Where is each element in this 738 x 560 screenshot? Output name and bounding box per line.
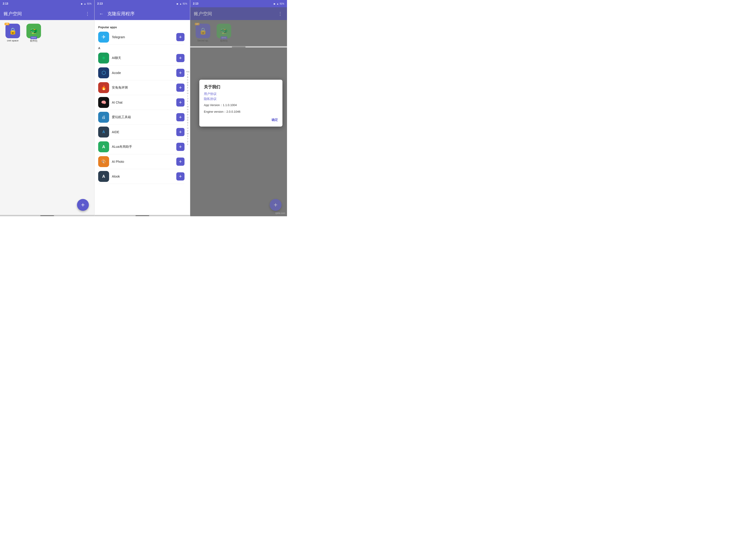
panel2-back-btn[interactable]: ← <box>98 10 104 17</box>
alpha-w[interactable]: W <box>187 132 189 135</box>
aiwanju-add-btn[interactable]: + <box>176 113 184 121</box>
panel3-menu-icon[interactable]: ⋮ <box>277 10 283 17</box>
alphabet-sidebar: Hot A B C D E F G H I J K L M N O P Q R … <box>186 0 190 216</box>
dialog-engine-version: Engine version：2.0.0.1046 <box>204 109 278 114</box>
panel3-account-space-dialog: 2:13 ▶ ▲ 91% 账户空间 ⋮ 🔒 VIP Secret sp. 🐲 软… <box>190 0 287 216</box>
alpha-s[interactable]: S <box>187 121 189 124</box>
panel2-title: 克隆应用程序 <box>107 11 186 17</box>
alpha-p[interactable]: P <box>187 114 189 116</box>
list-item-alua: A ALua布局助手 + <box>98 139 184 154</box>
alook-icon: A <box>98 171 109 182</box>
aiwanju-icon: 🖨 <box>98 112 109 123</box>
dialog-app-version: App Version：1.1.0.1004 <box>204 103 278 108</box>
list-item-telegram: ✈ Telegram + <box>98 30 184 45</box>
ai-chat-add-btn[interactable]: + <box>176 54 184 62</box>
panel3-wifi-icon: ▲ <box>277 3 279 5</box>
panel2-content: Popular apps ✈ Telegram + A ⚛ AI聊天 + ⬡ A… <box>94 20 190 215</box>
panel1-fab[interactable]: + <box>77 199 89 211</box>
aiwanju-name: 爱玩机工具箱 <box>112 115 176 119</box>
antutu-add-btn[interactable]: + <box>176 83 184 92</box>
alpha-u[interactable]: U <box>187 127 189 129</box>
alpha-l[interactable]: L <box>187 103 188 105</box>
alpha-d[interactable]: D <box>187 81 189 84</box>
alpha-t[interactable]: T <box>187 124 189 127</box>
panel1-nav-bar <box>0 215 94 216</box>
ruanjian-icon: 🐲 <box>26 24 41 38</box>
panel3-app-bar: 账户空间 ⋮ <box>190 7 287 20</box>
alpha-r[interactable]: R <box>187 119 189 121</box>
panel3-app-label-ruanjian: 软件社 <box>220 39 228 43</box>
dialog-user-agreement-link[interactable]: 用户协议 <box>204 92 278 96</box>
panel3-time: 2:13 <box>193 2 199 5</box>
aide-name: AIDE <box>112 130 176 134</box>
telegram-name: Telegram <box>112 35 176 39</box>
panel2-time: 2:13 <box>97 2 103 5</box>
alook-name: Alook <box>112 174 176 178</box>
aide-icon: A <box>98 126 109 137</box>
app-item-secret-space[interactable]: 🔒 VIP cret space <box>4 24 22 43</box>
antutu-icon: 🔥 <box>98 82 109 93</box>
alua-add-btn[interactable]: + <box>176 143 184 151</box>
panel2-nav-bar <box>94 215 190 216</box>
panel3-ruanjian-badge: 软件社 <box>221 36 227 39</box>
panel3-status-bar: 2:13 ▶ ▲ 91% <box>190 0 287 7</box>
list-item-aiwanju: 🖨 爱玩机工具箱 + <box>98 110 184 125</box>
alpha-x[interactable]: X <box>187 135 189 137</box>
alpha-e[interactable]: E <box>187 84 189 86</box>
panel1-app-grid: 🔒 VIP cret space 🐲 软件社 软件社 <box>4 24 91 43</box>
panel3-secret-space-icon: 🔒 <box>196 24 210 38</box>
panel2-app-bar: ← 克隆应用程序 <box>94 7 190 20</box>
alpha-f[interactable]: F <box>187 87 189 89</box>
alpha-i[interactable]: I <box>188 95 188 97</box>
list-item-aide: A AIDE + <box>98 125 184 139</box>
app-item-ruanjian[interactable]: 🐲 软件社 软件社 <box>25 24 43 43</box>
dialog-confirm-btn[interactable]: 确定 <box>272 118 278 122</box>
secret-space-icon: 🔒 <box>5 24 20 38</box>
alpha-o[interactable]: O <box>187 111 189 113</box>
acode-add-btn[interactable]: + <box>176 69 184 77</box>
alpha-hot[interactable]: Hot <box>186 71 189 73</box>
panel3-fab[interactable]: + <box>270 199 282 211</box>
alook-add-btn[interactable]: + <box>176 172 184 180</box>
alpha-h[interactable]: H <box>187 92 189 95</box>
about-dialog: 关于我们 用户协议 隐私协议 App Version：1.1.0.1004 En… <box>199 80 283 126</box>
app-label-secret-space: cret space <box>7 39 19 42</box>
panel3-ruanjian-icon: 🐲 <box>217 24 231 38</box>
alpha-b[interactable]: B <box>187 76 189 78</box>
list-item-alook: A Alook + <box>98 169 184 184</box>
ai-chat-brain-icon: 🧠 <box>98 97 109 108</box>
dialog-privacy-policy-link[interactable]: 隐私协议 <box>204 97 278 101</box>
alpha-a[interactable]: A <box>187 73 189 76</box>
alpha-m[interactable]: M <box>187 106 189 108</box>
ai-chat-brain-add-btn[interactable]: + <box>176 98 184 106</box>
acode-name: Acode <box>112 71 176 75</box>
alpha-v[interactable]: V <box>187 130 189 132</box>
panel3-signal-icon: ▶ <box>274 3 276 5</box>
telegram-icon: ✈ <box>98 32 109 43</box>
alpha-c[interactable]: C <box>187 79 189 81</box>
panel1-menu-icon[interactable]: ⋮ <box>84 10 91 17</box>
ai-chat-brain-name: AI Chat <box>112 101 176 104</box>
panel2-status-bar: 2:13 ▶ ▲ 91% <box>94 0 190 7</box>
aide-add-btn[interactable]: + <box>176 128 184 136</box>
alpha-g[interactable]: G <box>187 89 189 92</box>
alpha-z[interactable]: Z <box>187 140 189 143</box>
alpha-n[interactable]: N <box>187 108 189 111</box>
alpha-y[interactable]: Y <box>187 138 189 140</box>
alpha-q[interactable]: Q <box>187 116 189 119</box>
app-icon-wrapper-secret-space: 🔒 VIP <box>5 24 20 38</box>
app-icon-wrapper-ruanjian: 🐲 软件社 <box>26 24 41 38</box>
panel3-nav-bar <box>190 46 287 48</box>
list-item-acode: ⬡ Acode + <box>98 66 184 80</box>
alpha-k[interactable]: K <box>187 100 189 103</box>
panel1-account-space: 2:13 ▶ ▲ 91% 账户空间 ⋮ 🔒 VIP cret space � <box>0 0 94 216</box>
telegram-add-btn[interactable]: + <box>176 33 184 41</box>
dialog-actions: 确定 <box>204 118 278 122</box>
antutu-name: 安兔兔评测 <box>112 86 176 90</box>
alpha-j[interactable]: J <box>187 97 189 100</box>
list-item-ai-chat-brain: 🧠 AI Chat + <box>98 95 184 110</box>
alpha-hash[interactable]: # <box>187 143 188 146</box>
ai-photo-add-btn[interactable]: + <box>176 157 184 166</box>
panel1-nav-indicator <box>40 215 54 216</box>
panel1-signal-icon: ▶ <box>81 3 83 5</box>
